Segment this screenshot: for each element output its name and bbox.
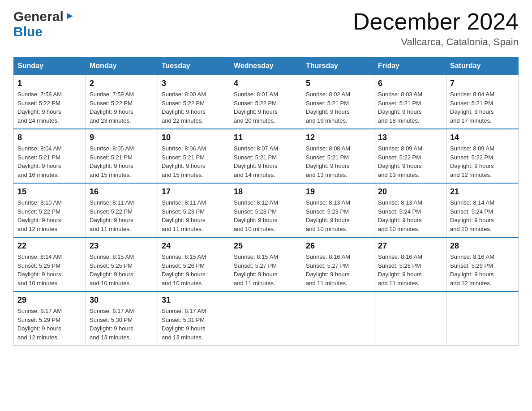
table-row: 8Sunrise: 8:04 AMSunset: 5:21 PMDaylight… — [14, 129, 86, 183]
calendar-table: Sunday Monday Tuesday Wednesday Thursday… — [13, 57, 519, 346]
day-number: 12 — [306, 133, 370, 142]
table-row: 26Sunrise: 8:16 AMSunset: 5:27 PMDayligh… — [302, 237, 374, 291]
table-row: 13Sunrise: 8:09 AMSunset: 5:22 PMDayligh… — [374, 129, 446, 183]
day-number: 2 — [90, 79, 154, 88]
day-sun-info: Sunrise: 8:16 AMSunset: 5:27 PMDaylight:… — [306, 253, 350, 287]
day-sun-info: Sunrise: 8:04 AMSunset: 5:21 PMDaylight:… — [450, 91, 494, 124]
day-number: 26 — [306, 241, 370, 251]
day-sun-info: Sunrise: 8:17 AMSunset: 5:29 PMDaylight:… — [17, 308, 62, 341]
day-sun-info: Sunrise: 8:00 AMSunset: 5:22 PMDaylight:… — [162, 91, 206, 124]
page-header: General Blue December 2024 Vallcarca, Ca… — [13, 9, 519, 48]
table-row: 30Sunrise: 8:17 AMSunset: 5:30 PMDayligh… — [86, 291, 158, 346]
logo-triangle-icon — [65, 11, 75, 21]
day-number: 5 — [306, 79, 370, 88]
day-number: 22 — [17, 241, 82, 251]
table-row: 29Sunrise: 8:17 AMSunset: 5:29 PMDayligh… — [14, 291, 86, 346]
day-number: 16 — [90, 187, 154, 197]
day-sun-info: Sunrise: 8:15 AMSunset: 5:25 PMDaylight:… — [90, 253, 134, 287]
table-row — [302, 291, 374, 346]
month-year-title: December 2024 — [353, 9, 519, 34]
table-row: 18Sunrise: 8:12 AMSunset: 5:23 PMDayligh… — [230, 183, 302, 237]
day-number: 23 — [90, 241, 154, 251]
table-row: 6Sunrise: 8:03 AMSunset: 5:21 PMDaylight… — [374, 75, 446, 129]
table-row: 23Sunrise: 8:15 AMSunset: 5:25 PMDayligh… — [86, 237, 158, 291]
table-row: 28Sunrise: 8:16 AMSunset: 5:29 PMDayligh… — [446, 237, 519, 291]
day-number: 9 — [90, 133, 154, 142]
day-number: 8 — [17, 133, 82, 142]
day-sun-info: Sunrise: 8:17 AMSunset: 5:31 PMDaylight:… — [162, 308, 206, 341]
table-row: 12Sunrise: 8:08 AMSunset: 5:21 PMDayligh… — [302, 129, 374, 183]
day-sun-info: Sunrise: 8:04 AMSunset: 5:21 PMDaylight:… — [17, 145, 62, 178]
day-number: 24 — [162, 241, 226, 251]
day-number: 6 — [378, 79, 442, 88]
day-sun-info: Sunrise: 8:05 AMSunset: 5:21 PMDaylight:… — [90, 145, 134, 178]
day-sun-info: Sunrise: 8:16 AMSunset: 5:28 PMDaylight:… — [378, 253, 422, 287]
day-number: 27 — [378, 241, 442, 251]
header-saturday: Saturday — [446, 57, 519, 75]
day-sun-info: Sunrise: 8:16 AMSunset: 5:29 PMDaylight:… — [450, 253, 494, 287]
calendar-week-row: 22Sunrise: 8:14 AMSunset: 5:25 PMDayligh… — [14, 237, 519, 291]
day-sun-info: Sunrise: 8:13 AMSunset: 5:23 PMDaylight:… — [306, 199, 350, 232]
table-row: 4Sunrise: 8:01 AMSunset: 5:22 PMDaylight… — [230, 75, 302, 129]
header-tuesday: Tuesday — [158, 57, 230, 75]
table-row: 3Sunrise: 8:00 AMSunset: 5:22 PMDaylight… — [158, 75, 230, 129]
table-row: 21Sunrise: 8:14 AMSunset: 5:24 PMDayligh… — [446, 183, 519, 237]
day-number: 10 — [162, 133, 226, 142]
day-sun-info: Sunrise: 8:07 AMSunset: 5:21 PMDaylight:… — [234, 145, 278, 178]
day-sun-info: Sunrise: 8:09 AMSunset: 5:22 PMDaylight:… — [378, 145, 422, 178]
day-number: 14 — [450, 133, 515, 142]
header-monday: Monday — [86, 57, 158, 75]
svg-marker-0 — [67, 13, 73, 19]
table-row: 24Sunrise: 8:15 AMSunset: 5:26 PMDayligh… — [158, 237, 230, 291]
day-sun-info: Sunrise: 8:02 AMSunset: 5:21 PMDaylight:… — [306, 91, 350, 124]
day-number: 13 — [378, 133, 442, 142]
calendar-week-row: 1Sunrise: 7:58 AMSunset: 5:22 PMDaylight… — [14, 75, 519, 129]
day-sun-info: Sunrise: 7:58 AMSunset: 5:22 PMDaylight:… — [17, 91, 62, 124]
day-number: 30 — [90, 295, 154, 305]
day-number: 11 — [234, 133, 298, 142]
day-number: 3 — [162, 79, 226, 88]
table-row: 10Sunrise: 8:06 AMSunset: 5:21 PMDayligh… — [158, 129, 230, 183]
day-sun-info: Sunrise: 8:15 AMSunset: 5:26 PMDaylight:… — [162, 253, 206, 287]
day-number: 25 — [234, 241, 298, 251]
day-sun-info: Sunrise: 8:09 AMSunset: 5:22 PMDaylight:… — [450, 145, 494, 178]
table-row: 20Sunrise: 8:13 AMSunset: 5:24 PMDayligh… — [374, 183, 446, 237]
table-row: 5Sunrise: 8:02 AMSunset: 5:21 PMDaylight… — [302, 75, 374, 129]
header-friday: Friday — [374, 57, 446, 75]
header-sunday: Sunday — [14, 57, 86, 75]
day-sun-info: Sunrise: 8:12 AMSunset: 5:23 PMDaylight:… — [234, 199, 278, 232]
logo-blue-text: Blue — [13, 24, 43, 39]
header-thursday: Thursday — [302, 57, 374, 75]
table-row — [374, 291, 446, 346]
day-number: 31 — [162, 295, 226, 305]
calendar-week-row: 29Sunrise: 8:17 AMSunset: 5:29 PMDayligh… — [14, 291, 519, 346]
day-sun-info: Sunrise: 8:06 AMSunset: 5:21 PMDaylight:… — [162, 145, 206, 178]
table-row: 27Sunrise: 8:16 AMSunset: 5:28 PMDayligh… — [374, 237, 446, 291]
table-row: 15Sunrise: 8:10 AMSunset: 5:22 PMDayligh… — [14, 183, 86, 237]
day-sun-info: Sunrise: 8:08 AMSunset: 5:21 PMDaylight:… — [306, 145, 350, 178]
title-area: December 2024 Vallcarca, Catalonia, Spai… — [353, 9, 519, 48]
day-number: 17 — [162, 187, 226, 197]
table-row: 1Sunrise: 7:58 AMSunset: 5:22 PMDaylight… — [14, 75, 86, 129]
day-number: 21 — [450, 187, 515, 197]
day-number: 19 — [306, 187, 370, 197]
calendar-week-row: 8Sunrise: 8:04 AMSunset: 5:21 PMDaylight… — [14, 129, 519, 183]
table-row: 25Sunrise: 8:15 AMSunset: 5:27 PMDayligh… — [230, 237, 302, 291]
day-sun-info: Sunrise: 8:11 AMSunset: 5:22 PMDaylight:… — [90, 199, 134, 232]
table-row: 17Sunrise: 8:11 AMSunset: 5:23 PMDayligh… — [158, 183, 230, 237]
day-sun-info: Sunrise: 8:13 AMSunset: 5:24 PMDaylight:… — [378, 199, 422, 232]
table-row: 2Sunrise: 7:59 AMSunset: 5:22 PMDaylight… — [86, 75, 158, 129]
table-row: 9Sunrise: 8:05 AMSunset: 5:21 PMDaylight… — [86, 129, 158, 183]
table-row — [446, 291, 519, 346]
day-sun-info: Sunrise: 8:14 AMSunset: 5:24 PMDaylight:… — [450, 199, 494, 232]
day-number: 7 — [450, 79, 515, 88]
day-number: 28 — [450, 241, 515, 251]
table-row — [230, 291, 302, 346]
table-row: 7Sunrise: 8:04 AMSunset: 5:21 PMDaylight… — [446, 75, 519, 129]
logo: General Blue — [13, 9, 75, 39]
day-sun-info: Sunrise: 8:03 AMSunset: 5:21 PMDaylight:… — [378, 91, 422, 124]
calendar-header-row: Sunday Monday Tuesday Wednesday Thursday… — [14, 57, 519, 75]
day-number: 4 — [234, 79, 298, 88]
table-row: 16Sunrise: 8:11 AMSunset: 5:22 PMDayligh… — [86, 183, 158, 237]
day-number: 18 — [234, 187, 298, 197]
